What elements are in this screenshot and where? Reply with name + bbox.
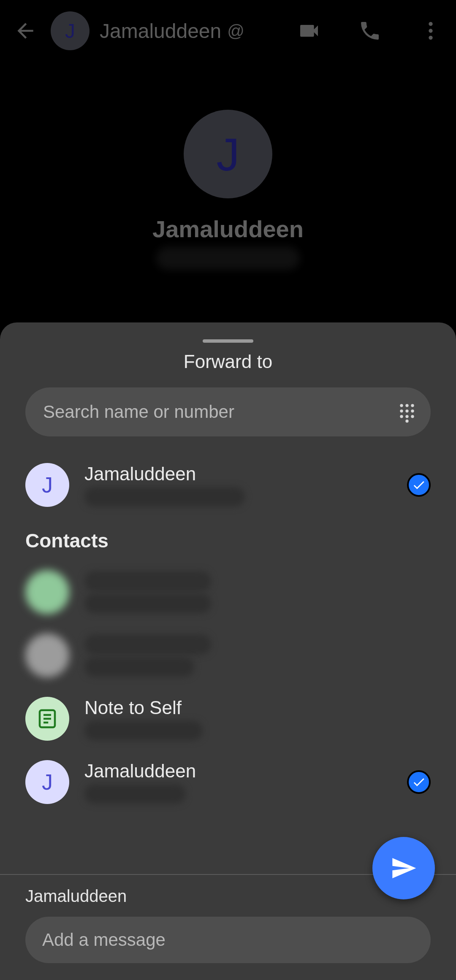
svg-point-8: [411, 409, 414, 412]
svg-point-3: [400, 404, 403, 407]
send-button[interactable]: [372, 837, 435, 899]
selected-check[interactable]: [407, 473, 431, 497]
svg-point-6: [400, 409, 403, 412]
footer-recipient: Jamaluddeen: [25, 887, 431, 906]
contacts-list[interactable]: J Jamaluddeen Contacts: [0, 453, 456, 874]
sheet-title: Forward to: [0, 351, 456, 372]
contact-text: [84, 571, 431, 613]
svg-point-5: [411, 404, 414, 407]
note-avatar: [25, 697, 69, 741]
contact-avatar: J: [25, 463, 69, 507]
contact-row[interactable]: J Jamaluddeen: [25, 750, 431, 814]
redacted-name: [84, 634, 211, 655]
message-input[interactable]: [42, 930, 414, 950]
svg-point-4: [405, 404, 408, 407]
sheet-footer: Jamaluddeen: [0, 874, 456, 980]
forward-sheet: Forward to J Jamaluddeen Co: [0, 322, 456, 980]
message-field[interactable]: [25, 917, 431, 963]
svg-point-12: [405, 420, 408, 422]
contact-text: [84, 634, 431, 677]
contact-name: Jamaluddeen: [84, 761, 392, 782]
search-input[interactable]: [43, 402, 396, 422]
note-to-self-row[interactable]: Note to Self: [25, 687, 431, 750]
note-to-self-label: Note to Self: [84, 697, 431, 718]
redacted-subtext: [84, 594, 211, 613]
contact-text: Note to Self: [84, 697, 431, 740]
contact-avatar-initial: J: [42, 769, 53, 795]
svg-point-7: [405, 409, 408, 412]
search-field[interactable]: [25, 387, 431, 436]
send-icon: [390, 855, 417, 882]
contacts-section-header: Contacts: [25, 529, 431, 552]
dialpad-icon[interactable]: [396, 401, 418, 423]
redacted-name: [84, 571, 211, 591]
redacted-subtext: [84, 487, 245, 506]
redacted-subtext: [84, 657, 194, 677]
sheet-drag-handle[interactable]: [203, 339, 253, 343]
check-icon: [412, 775, 426, 789]
svg-point-10: [405, 415, 408, 418]
contact-row[interactable]: [25, 624, 431, 687]
recent-contact-row[interactable]: J Jamaluddeen: [25, 453, 431, 517]
svg-point-11: [411, 415, 414, 418]
contact-avatar-initial: J: [42, 472, 53, 498]
contact-text: Jamaluddeen: [84, 463, 392, 506]
redacted-subtext: [84, 784, 186, 804]
contact-name: Jamaluddeen: [84, 463, 392, 485]
check-icon: [412, 478, 426, 492]
note-icon: [36, 707, 59, 730]
contact-row[interactable]: [25, 560, 431, 624]
contact-text: Jamaluddeen: [84, 761, 392, 804]
selected-check[interactable]: [407, 770, 431, 794]
svg-point-9: [400, 415, 403, 418]
contact-avatar: J: [25, 760, 69, 804]
redacted-subtext: [84, 721, 203, 740]
redacted-avatar: [25, 570, 69, 614]
redacted-avatar: [25, 633, 69, 677]
